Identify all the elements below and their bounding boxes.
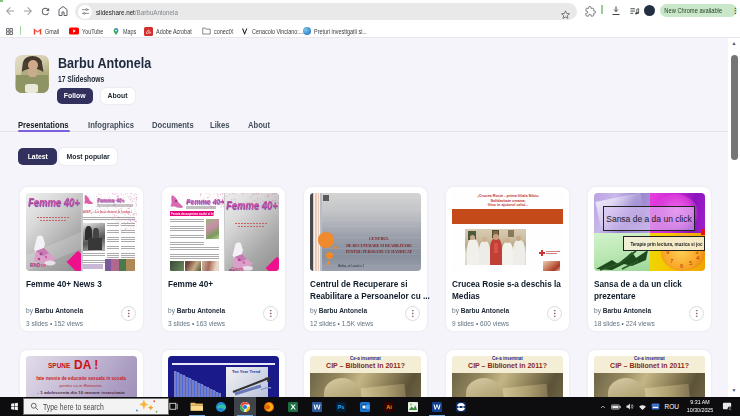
svg-text:Ai: Ai	[386, 404, 392, 410]
svg-text:Ps: Ps	[337, 404, 344, 410]
svg-text:5: 5	[729, 407, 731, 411]
